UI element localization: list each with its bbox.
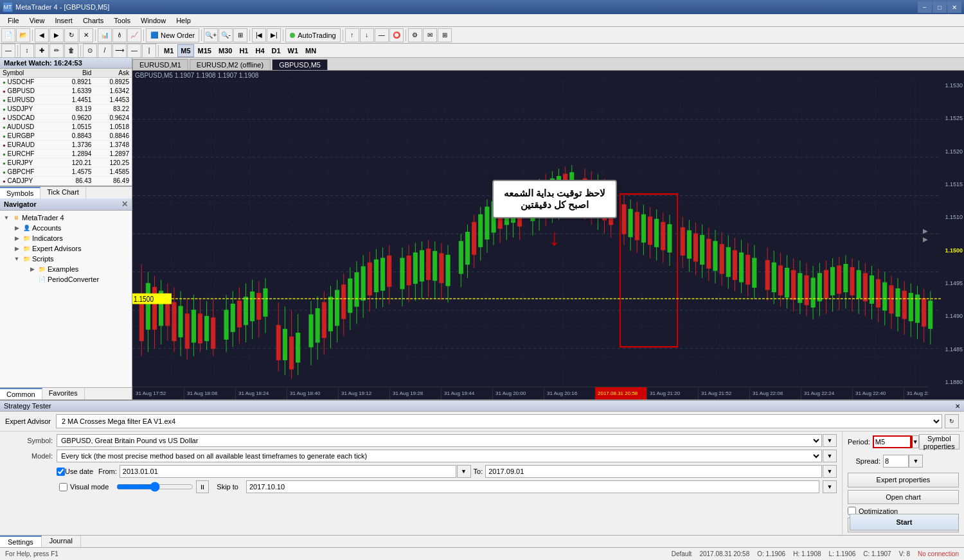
tree-row-scripts[interactable]: ▼ 📁 Scripts [10,254,132,264]
market-watch-row[interactable]: ● EURJPY120.21120.25 [0,159,132,168]
market-watch-row[interactable]: ● GBPCHF1.45751.4585 [0,168,132,177]
market-watch-row[interactable]: ● EURCHF1.28941.2897 [0,150,132,159]
to-input[interactable] [485,465,822,478]
chart-container[interactable]: GBPUSD,M5 1.1907 1.1908 1.1907 1.1908 1.… [132,71,964,399]
chart-tab-gbpusd-m5[interactable]: GBPUSD,M5 [272,59,328,70]
forward-btn[interactable]: ▶ [49,28,64,42]
new-btn[interactable]: 📄 [1,28,15,42]
model-dropdown-btn[interactable]: ▼ [823,450,837,462]
period-h1[interactable]: H1 [236,44,251,57]
start-button[interactable]: Start [850,514,959,530]
vline-tool[interactable]: | [142,44,156,58]
scroll-up[interactable]: ▶ [923,227,928,234]
market-watch-row[interactable]: ● EURUSD1.44511.4453 [0,96,132,105]
chart-candle-btn[interactable]: 🕯 [112,28,127,42]
skip-to-btn[interactable]: ▼ [823,480,837,493]
tree-row-periodconverter[interactable]: ▶ 📄 PeriodConverter [26,274,132,284]
refresh-btn[interactable]: ↻ [64,28,78,42]
market-watch-row[interactable]: ● USDJPY83.1983.22 [0,105,132,114]
nav-tab-common[interactable]: Common [0,388,42,399]
scroll-dn[interactable]: ▶ [923,236,928,243]
tree-row-examples[interactable]: ▶ 📁 Examples [26,264,132,274]
tab-symbols[interactable]: Symbols [0,187,40,198]
new-order-button[interactable]: 🟦 New Order [146,28,199,42]
chart-dn-btn[interactable]: ↓ [360,28,374,42]
ea-select[interactable]: 2 MA Crosses Mega filter EA V1.ex4 [56,414,942,428]
menu-tools[interactable]: Tools [109,14,136,27]
spread-input[interactable] [883,455,909,468]
line-tool[interactable]: — [1,44,15,58]
period-h4[interactable]: H4 [252,44,267,57]
chart-tab-eurusd-m2[interactable]: EURUSD,M2 (offline) [190,59,271,70]
market-watch-row[interactable]: ● USDCAD0.96200.9624 [0,114,132,123]
tree-row-ea[interactable]: ▶ 📁 Expert Advisors [10,243,132,254]
pause-button[interactable]: ⏸ [196,480,209,493]
menu-insert[interactable]: Insert [49,14,78,27]
tree-row-metatrader4[interactable]: ▼ 🖥 MetaTrader 4 [0,213,132,223]
chart-prop-btn[interactable]: ⊞ [233,28,247,42]
menu-help[interactable]: Help [171,14,196,27]
circle-btn[interactable]: ⭕ [389,28,404,42]
cursor-tool[interactable]: ↕ [20,44,34,58]
minimize-button[interactable]: − [918,1,932,13]
tree-row-indicators[interactable]: ▶ 📁 Indicators [10,233,132,243]
symbol-props-btn[interactable]: Symbol properties [919,434,960,450]
bottom-tab-journal[interactable]: Journal [42,536,81,547]
bottom-tab-settings[interactable]: Settings [0,536,42,547]
strategy-tester-close[interactable]: ✕ [955,403,960,410]
email-btn[interactable]: ✉ [423,28,437,42]
menu-view[interactable]: View [24,14,50,27]
menu-window[interactable]: Window [136,14,171,27]
from-input[interactable] [120,465,456,478]
period-w1[interactable]: W1 [285,44,302,57]
copy-tool[interactable]: ⊙ [83,44,97,58]
settings-btn[interactable]: ⚙ [408,28,422,42]
delete-tool[interactable]: 🗑 [64,44,78,58]
zoom-in-btn[interactable]: 🔍+ [204,28,218,42]
period-mn[interactable]: MN [302,44,319,57]
stop-btn[interactable]: ✕ [79,28,93,42]
arrow-left-btn[interactable]: |◀ [252,28,266,42]
titlebar-controls[interactable]: − □ ✕ [918,1,961,13]
chart-up-btn[interactable]: ↑ [345,28,359,42]
back-btn[interactable]: ◀ [35,28,49,42]
open-btn[interactable]: 📂 [16,28,30,42]
period-m1[interactable]: M1 [161,44,177,57]
arrow-right-btn[interactable]: ▶| [267,28,281,42]
model-select[interactable]: Every tick (the most precise method base… [57,450,822,462]
visual-speed-slider[interactable] [116,482,193,492]
visual-mode-checkbox[interactable] [59,483,67,491]
market-watch-header[interactable]: Market Watch: 16:24:53 [0,58,132,69]
chart-bar-btn[interactable]: 📊 [98,28,112,42]
expert-props-btn[interactable]: Expert properties [848,473,959,487]
spread-dropdown-btn[interactable]: ▼ [909,455,923,468]
maximize-button[interactable]: □ [933,1,947,13]
period-dropdown-btn[interactable]: ▼ [911,435,919,448]
period-m5[interactable]: M5 [177,44,193,57]
ray-tool[interactable]: ⟶ [112,44,127,58]
symbol-select[interactable]: GBPUSD, Great Britain Pound vs US Dollar [57,434,822,447]
crosshair-tool[interactable]: ✚ [35,44,49,58]
navigator-header[interactable]: Navigator ✕ [0,198,132,211]
hline-tool[interactable]: ― [127,44,141,58]
period-m15[interactable]: M15 [195,44,215,57]
market-watch-row[interactable]: ● CADJPY86.4386.49 [0,177,132,186]
navigator-close[interactable]: ✕ [121,200,128,209]
period-m30[interactable]: M30 [215,44,235,57]
close-button[interactable]: ✕ [947,1,961,13]
period-d1[interactable]: D1 [269,44,284,57]
open-chart-btn[interactable]: Open chart [848,490,959,505]
symbol-dropdown-btn[interactable]: ▼ [823,434,837,447]
autotrading-button[interactable]: AutoTrading [285,28,341,42]
use-date-checkbox[interactable] [57,468,65,476]
draw-tool[interactable]: ✏ [49,44,64,58]
period-input[interactable] [873,435,911,448]
period-sep-btn[interactable]: — [375,28,389,42]
chart-tab-eurusd-m1[interactable]: EURUSD,M1 [132,59,188,70]
grid-btn[interactable]: ⊞ [438,28,452,42]
menu-file[interactable]: File [3,14,24,27]
trendline-tool[interactable]: / [98,44,112,58]
tree-row-accounts[interactable]: ▶ 👤 Accounts [10,223,132,233]
market-watch-row[interactable]: ● GBPUSD1.63391.6342 [0,87,132,96]
tab-tickchart[interactable]: Tick Chart [40,187,86,198]
